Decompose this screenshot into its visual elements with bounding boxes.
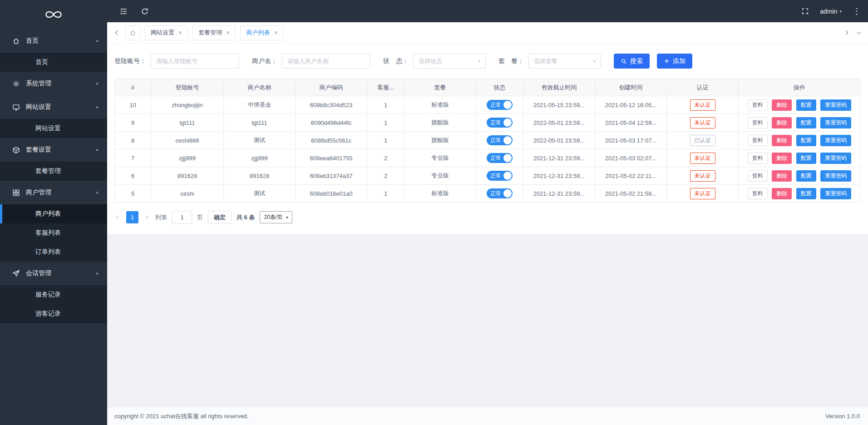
sidebar-section-home[interactable]: 首页 ▲: [0, 29, 107, 53]
reset-password-button[interactable]: 重置密码: [820, 188, 851, 199]
add-button[interactable]: 添加: [657, 54, 692, 69]
sidebar-section-merchant[interactable]: 商户管理 ▲: [0, 181, 107, 204]
sidebar-item-package-management[interactable]: 套餐管理: [0, 162, 107, 181]
sidebar-item-site-settings[interactable]: 网站设置: [0, 119, 107, 138]
delete-button[interactable]: 删除: [772, 188, 792, 199]
config-button[interactable]: 配置: [796, 135, 816, 146]
status-toggle[interactable]: 正常: [487, 188, 513, 198]
delete-button[interactable]: 删除: [772, 170, 792, 182]
cell-merchant-code: 608eea6401755: [296, 149, 367, 167]
cell-merchant-name: tgt111: [224, 114, 296, 132]
reset-password-button[interactable]: 重置密码: [820, 99, 851, 111]
profile-button[interactable]: 资料: [748, 153, 768, 164]
cell-account: tgt111: [151, 114, 224, 132]
reset-password-button[interactable]: 重置密码: [820, 153, 851, 164]
sidebar-section-site[interactable]: 网站设置 ▲: [0, 95, 107, 119]
next-page-icon[interactable]: [143, 214, 150, 221]
total-count: 共 6 条: [237, 213, 255, 222]
filter-bar: 登陆账号： 商户名： 状 态： 选择状态 ▾ 套 餐：: [114, 54, 861, 69]
reset-password-button[interactable]: 重置密码: [820, 135, 851, 146]
user-dropdown[interactable]: admin ▾: [820, 8, 842, 15]
auth-badge: 未认证: [690, 188, 715, 199]
forward-icon[interactable]: [843, 29, 851, 37]
profile-button[interactable]: 资料: [748, 188, 768, 199]
sidebar-section-package[interactable]: 套餐设置 ▲: [0, 138, 107, 162]
merchant-name-input[interactable]: [282, 54, 370, 69]
column-header: 创建时间: [595, 79, 667, 96]
config-button[interactable]: 配置: [796, 117, 816, 128]
reset-password-button[interactable]: 重置密码: [820, 170, 851, 182]
sidebar-item-agent-list[interactable]: 客服列表: [0, 223, 107, 242]
cell-created-time: 2021-05-03 02:07...: [595, 149, 667, 167]
status-toggle[interactable]: 正常: [487, 118, 513, 128]
tab-package-management[interactable]: 套餐管理 ×: [192, 25, 236, 40]
status-toggle-label: 正常: [490, 154, 501, 162]
cell-expire-time: 2021-05-15 23:59...: [523, 96, 595, 114]
table-header-row: #登陆账号商户名称商户编码客服...套餐状态有效截止时间创建时间认证操作: [115, 79, 861, 96]
status-toggle[interactable]: 正常: [487, 135, 513, 145]
submenu-package: 套餐管理: [0, 162, 107, 181]
delete-button[interactable]: 删除: [772, 153, 792, 164]
profile-button[interactable]: 资料: [748, 135, 768, 146]
sidebar-item-order-list[interactable]: 订单列表: [0, 242, 107, 262]
sidebar-section-label: 套餐设置: [26, 146, 51, 154]
sidebar-item-service-records[interactable]: 服务记录: [0, 285, 107, 304]
sidebar-section-session[interactable]: 会话管理 ▲: [0, 262, 107, 285]
table-row: 7 zjjj999 zjjj999 608eea6401755 2 专业版 正常…: [115, 149, 861, 167]
config-button[interactable]: 配置: [796, 153, 816, 164]
cell-actions: 资料 删除 配置 重置密码: [739, 185, 861, 203]
delete-button[interactable]: 删除: [772, 99, 792, 111]
delete-button[interactable]: 删除: [772, 117, 792, 128]
reset-password-button[interactable]: 重置密码: [820, 117, 851, 128]
cell-merchant-name: zjjj999: [224, 149, 296, 167]
sidebar-section-system[interactable]: 系统管理 ▲: [0, 72, 107, 95]
sidebar-item-merchant-list[interactable]: 商户列表: [0, 204, 107, 223]
config-button[interactable]: 配置: [796, 99, 816, 111]
monitor-icon: [12, 103, 20, 111]
prev-page-icon[interactable]: [114, 214, 121, 221]
submenu-merchant: 商户列表 客服列表 订单列表: [0, 204, 107, 262]
config-button[interactable]: 配置: [796, 170, 816, 182]
status-toggle[interactable]: 正常: [487, 171, 513, 181]
sidebar-item-visitor-records[interactable]: 游客记录: [0, 304, 107, 323]
tab-site-settings[interactable]: 网站设置 ×: [145, 25, 188, 40]
merchant-label: 商户名：: [252, 57, 277, 65]
sidebar: 首页 ▲ 首页 系统管理 ▲ 网站设置 ▲ 网站设置: [0, 0, 107, 425]
fullscreen-icon[interactable]: [801, 7, 809, 15]
status-toggle[interactable]: 正常: [487, 153, 513, 163]
sidebar-item-home[interactable]: 首页: [0, 53, 107, 72]
account-input[interactable]: [151, 54, 239, 69]
profile-button[interactable]: 资料: [748, 170, 768, 182]
collapse-menu-icon[interactable]: [119, 7, 128, 16]
close-icon[interactable]: ×: [226, 30, 230, 36]
delete-button[interactable]: 删除: [772, 135, 792, 146]
status-toggle-label: 正常: [490, 101, 501, 109]
cell-agent-count: 1: [367, 185, 404, 203]
config-button[interactable]: 配置: [796, 188, 816, 199]
back-icon[interactable]: [113, 29, 121, 37]
status-toggle[interactable]: 正常: [487, 100, 513, 110]
confirm-button[interactable]: 确定: [208, 211, 232, 224]
status-select[interactable]: 选择状态 ▾: [413, 54, 486, 69]
column-header: 商户名称: [224, 79, 296, 96]
more-icon[interactable]: ⋮: [853, 7, 861, 15]
search-button[interactable]: 搜索: [614, 54, 650, 69]
page-number[interactable]: 1: [126, 211, 138, 223]
chevron-down-icon: ▾: [839, 9, 842, 14]
username: admin: [820, 8, 837, 15]
close-icon[interactable]: ×: [274, 30, 277, 36]
scroll-down-icon[interactable]: [855, 29, 863, 36]
tab-merchant-list[interactable]: 商户列表 ×: [240, 25, 283, 40]
cell-actions: 资料 删除 配置 重置密码: [739, 149, 861, 167]
home-tab-icon[interactable]: [125, 25, 140, 40]
cell-created-time: 2021-05-12 16:05...: [595, 96, 667, 114]
goto-page-input[interactable]: [172, 211, 192, 224]
package-select[interactable]: 选择套餐 ▾: [528, 54, 601, 69]
close-icon[interactable]: ×: [178, 30, 182, 36]
page-size-select[interactable]: 20条/页 ▾: [260, 211, 292, 223]
profile-button[interactable]: 资料: [748, 99, 768, 111]
cell-status: 正常: [476, 185, 523, 203]
cell-package: 标准版: [404, 185, 476, 203]
refresh-icon[interactable]: [141, 7, 149, 15]
profile-button[interactable]: 资料: [748, 117, 768, 128]
